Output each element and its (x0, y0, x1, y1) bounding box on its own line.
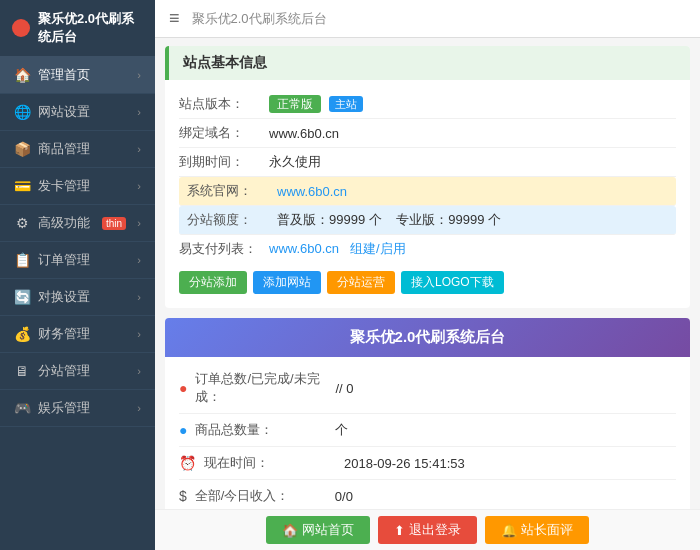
sidebar-logo-icon (12, 19, 30, 37)
branch-mgr-button[interactable]: 分站运营 (327, 271, 395, 294)
branch-add-button[interactable]: 分站添加 (179, 271, 247, 294)
bind-domain-row: 绑定域名： www.6b0.cn (179, 119, 676, 148)
dashboard-card: 聚乐优2.0代刷系统后台 ● 订单总数/已完成/未完成： // 0 ● 商品总数… (165, 318, 690, 509)
dash-row-label-3: 全部/今日收入： (195, 487, 335, 505)
system-url-row: 系统官网： www.6b0.cn (179, 177, 676, 206)
sidebar-item-site-settings[interactable]: 🌐 网站设置 › (0, 94, 155, 131)
nav-icon-entertainment: 🎮 (14, 400, 30, 416)
nav-item-left-home: 🏠 管理首页 (14, 66, 90, 84)
nav-badge-advanced: thin (102, 217, 126, 230)
dash-row-value-3: 0/0 (335, 489, 353, 504)
nav-arrow-card: › (137, 180, 141, 192)
easypay-row: 易支付列表： www.6b0.cn 组建/启用 (179, 235, 676, 263)
sidebar-item-goods[interactable]: 📦 商品管理 › (0, 131, 155, 168)
version-row: 站点版本： 正常版 主站 (179, 90, 676, 119)
site-info-body: 站点版本： 正常版 主站 绑定域名： www.6b0.cn 到期时间： 永久使用 (165, 80, 690, 308)
logout-footer-button[interactable]: ⬆退出登录 (378, 516, 477, 544)
easypay-value: www.6b0.cn 组建/启用 (269, 240, 406, 258)
version-main-badge: 主站 (329, 96, 363, 112)
dashboard-body: ● 订单总数/已完成/未完成： // 0 ● 商品总数量： 个 ⏰ 现在时间： … (165, 357, 690, 509)
dash-row-1: ● 商品总数量： 个 (179, 414, 676, 447)
dash-row-icon-1: ● (179, 422, 187, 438)
nav-item-left-orders: 📋 订单管理 (14, 251, 90, 269)
dash-row-value-1: 个 (335, 421, 348, 439)
easypay-action-link[interactable]: 组建/启用 (350, 241, 406, 256)
sidebar-item-subsite[interactable]: 🖥 分站管理 › (0, 353, 155, 390)
dash-row-label-0: 订单总数/已完成/未完成： (195, 370, 335, 406)
sidebar-title: 聚乐优2.0代刷系统后台 (38, 10, 143, 46)
nav-label-finance: 财务管理 (38, 325, 90, 343)
nav-arrow-advanced: › (137, 217, 141, 229)
sidebar-item-exchange[interactable]: 🔄 对换设置 › (0, 279, 155, 316)
dash-row-value-0: // 0 (335, 381, 353, 396)
branch-row: 分站额度： 普及版：99999 个 专业版：99999 个 (179, 206, 676, 235)
nav-arrow-goods: › (137, 143, 141, 155)
sidebar-nav: 🏠 管理首页 › 🌐 网站设置 › 📦 商品管理 › 💳 发卡管理 › ⚙ 高级… (0, 57, 155, 550)
sidebar-item-home[interactable]: 🏠 管理首页 › (0, 57, 155, 94)
nav-arrow-orders: › (137, 254, 141, 266)
sidebar-item-finance[interactable]: 💰 财务管理 › (0, 316, 155, 353)
sidebar-header: 聚乐优2.0代刷系统后台 (0, 0, 155, 57)
breadcrumb: 聚乐优2.0代刷系统后台 (192, 10, 327, 28)
nav-label-home: 管理首页 (38, 66, 90, 84)
sidebar: 聚乐优2.0代刷系统后台 🏠 管理首页 › 🌐 网站设置 › 📦 商品管理 › … (0, 0, 155, 550)
version-value: 正常版 主站 (269, 96, 363, 113)
nav-icon-advanced: ⚙ (14, 215, 30, 231)
version-badge: 正常版 (269, 95, 321, 113)
homepage-footer-label: 网站首页 (302, 521, 354, 539)
topbar: ≡ 聚乐优2.0代刷系统后台 (155, 0, 700, 38)
homepage-footer-button[interactable]: 🏠网站首页 (266, 516, 370, 544)
system-url-label: 系统官网： (187, 182, 277, 200)
review-footer-icon: 🔔 (501, 523, 517, 538)
nav-label-subsite: 分站管理 (38, 362, 90, 380)
dash-row-icon-2: ⏰ (179, 455, 196, 471)
bind-domain-label: 绑定域名： (179, 124, 269, 142)
nav-arrow-exchange: › (137, 291, 141, 303)
nav-icon-orders: 📋 (14, 252, 30, 268)
nav-icon-goods: 📦 (14, 141, 30, 157)
nav-icon-exchange: 🔄 (14, 289, 30, 305)
sidebar-item-advanced[interactable]: ⚙ 高级功能 thin › (0, 205, 155, 242)
nav-icon-home: 🏠 (14, 67, 30, 83)
branch-value: 普及版：99999 个 专业版：99999 个 (277, 211, 501, 229)
version-label: 站点版本： (179, 95, 269, 113)
nav-label-card: 发卡管理 (38, 177, 90, 195)
logout-footer-icon: ⬆ (394, 523, 405, 538)
nav-arrow-subsite: › (137, 365, 141, 377)
dash-row-value-2: 2018-09-26 15:41:53 (344, 456, 465, 471)
nav-label-goods: 商品管理 (38, 140, 90, 158)
expire-label: 到期时间： (179, 153, 269, 171)
nav-arrow-finance: › (137, 328, 141, 340)
dashboard-header: 聚乐优2.0代刷系统后台 (165, 318, 690, 357)
sidebar-item-orders[interactable]: 📋 订单管理 › (0, 242, 155, 279)
footer-actions: 🏠网站首页⬆退出登录🔔站长面评 (155, 509, 700, 550)
sidebar-item-entertainment[interactable]: 🎮 娱乐管理 › (0, 390, 155, 427)
nav-icon-finance: 💰 (14, 326, 30, 342)
sidebar-item-card[interactable]: 💳 发卡管理 › (0, 168, 155, 205)
bind-domain-value: www.6b0.cn (269, 126, 339, 141)
nav-icon-site-settings: 🌐 (14, 104, 30, 120)
menu-toggle-icon[interactable]: ≡ (169, 8, 180, 29)
nav-label-exchange: 对换设置 (38, 288, 90, 306)
openid-button[interactable]: 接入LOGO下载 (401, 271, 504, 294)
nav-item-left-exchange: 🔄 对换设置 (14, 288, 90, 306)
system-url-link[interactable]: www.6b0.cn (277, 184, 347, 199)
nav-icon-card: 💳 (14, 178, 30, 194)
review-footer-label: 站长面评 (521, 521, 573, 539)
dash-row-icon-3: $ (179, 488, 187, 504)
easypay-label: 易支付列表： (179, 240, 269, 258)
main-content: ≡ 聚乐优2.0代刷系统后台 站点基本信息 站点版本： 正常版 主站 绑定域名 (155, 0, 700, 550)
nav-arrow-site-settings: › (137, 106, 141, 118)
add-site-button[interactable]: 添加网站 (253, 271, 321, 294)
site-info-header: 站点基本信息 (165, 46, 690, 80)
nav-item-left-card: 💳 发卡管理 (14, 177, 90, 195)
system-url-value: www.6b0.cn (277, 184, 347, 199)
logout-footer-label: 退出登录 (409, 521, 461, 539)
review-footer-button[interactable]: 🔔站长面评 (485, 516, 589, 544)
dash-row-icon-0: ● (179, 380, 187, 396)
expire-value: 永久使用 (269, 153, 321, 171)
nav-arrow-entertainment: › (137, 402, 141, 414)
site-action-buttons: 分站添加添加网站分站运营接入LOGO下载 (179, 263, 676, 298)
nav-arrow-home: › (137, 69, 141, 81)
easypay-url-link[interactable]: www.6b0.cn (269, 241, 339, 256)
